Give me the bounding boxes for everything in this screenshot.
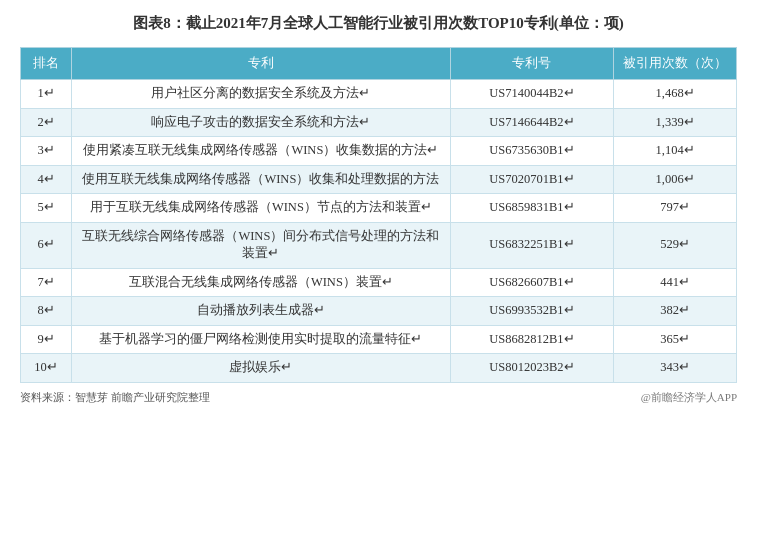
table-row: 6↵互联无线综合网络传感器（WINS）间分布式信号处理的方法和装置↵US6832… [21, 222, 737, 268]
cell-citations: 1,104↵ [614, 137, 737, 166]
table-row: 10↵虚拟娱乐↵US8012023B2↵343↵ [21, 354, 737, 383]
col-header-rank: 排名 [21, 48, 72, 80]
cell-number: US6993532B1↵ [450, 297, 614, 326]
cell-number: US7020701B1↵ [450, 165, 614, 194]
table-row: 3↵使用紧凑互联无线集成网络传感器（WINS）收集数据的方法↵US6735630… [21, 137, 737, 166]
table-row: 4↵使用互联无线集成网络传感器（WINS）收集和处理数据的方法US7020701… [21, 165, 737, 194]
col-header-citations: 被引用次数（次） [614, 48, 737, 80]
cell-rank: 1↵ [21, 80, 72, 109]
cell-patent: 用户社区分离的数据安全系统及方法↵ [72, 80, 450, 109]
cell-patent: 响应电子攻击的数据安全系统和方法↵ [72, 108, 450, 137]
table-row: 2↵响应电子攻击的数据安全系统和方法↵US7146644B2↵1,339↵ [21, 108, 737, 137]
cell-patent: 自动播放列表生成器↵ [72, 297, 450, 326]
cell-patent: 基于机器学习的僵尸网络检测使用实时提取的流量特征↵ [72, 325, 450, 354]
col-header-number: 专利号 [450, 48, 614, 80]
cell-rank: 4↵ [21, 165, 72, 194]
cell-patent: 使用紧凑互联无线集成网络传感器（WINS）收集数据的方法↵ [72, 137, 450, 166]
cell-citations: 365↵ [614, 325, 737, 354]
cell-citations: 382↵ [614, 297, 737, 326]
cell-rank: 7↵ [21, 268, 72, 297]
table-row: 9↵基于机器学习的僵尸网络检测使用实时提取的流量特征↵US8682812B1↵3… [21, 325, 737, 354]
cell-rank: 10↵ [21, 354, 72, 383]
cell-citations: 343↵ [614, 354, 737, 383]
footer-brand: @前瞻经济学人APP [641, 390, 737, 405]
cell-citations: 529↵ [614, 222, 737, 268]
table-row: 1↵用户社区分离的数据安全系统及方法↵US7140044B2↵1,468↵ [21, 80, 737, 109]
cell-rank: 5↵ [21, 194, 72, 223]
cell-patent: 互联混合无线集成网络传感器（WINS）装置↵ [72, 268, 450, 297]
cell-number: US6826607B1↵ [450, 268, 614, 297]
cell-citations: 441↵ [614, 268, 737, 297]
cell-rank: 9↵ [21, 325, 72, 354]
cell-patent: 使用互联无线集成网络传感器（WINS）收集和处理数据的方法 [72, 165, 450, 194]
cell-rank: 3↵ [21, 137, 72, 166]
cell-rank: 2↵ [21, 108, 72, 137]
cell-citations: 1,468↵ [614, 80, 737, 109]
cell-patent: 虚拟娱乐↵ [72, 354, 450, 383]
cell-number: US7140044B2↵ [450, 80, 614, 109]
cell-number: US8682812B1↵ [450, 325, 614, 354]
footer: 资料来源：智慧芽 前瞻产业研究院整理 @前瞻经济学人APP [20, 390, 737, 405]
cell-number: US6859831B1↵ [450, 194, 614, 223]
data-table: 排名 专利 专利号 被引用次数（次） 1↵用户社区分离的数据安全系统及方法↵US… [20, 47, 737, 383]
cell-citations: 1,339↵ [614, 108, 737, 137]
col-header-patent: 专利 [72, 48, 450, 80]
chart-title: 图表8：截止2021年7月全球人工智能行业被引用次数TOP10专利(单位：项) [20, 10, 737, 37]
cell-citations: 1,006↵ [614, 165, 737, 194]
cell-patent: 互联无线综合网络传感器（WINS）间分布式信号处理的方法和装置↵ [72, 222, 450, 268]
table-row: 7↵互联混合无线集成网络传感器（WINS）装置↵US6826607B1↵441↵ [21, 268, 737, 297]
footer-source: 资料来源：智慧芽 前瞻产业研究院整理 [20, 390, 210, 405]
table-row: 8↵自动播放列表生成器↵US6993532B1↵382↵ [21, 297, 737, 326]
cell-citations: 797↵ [614, 194, 737, 223]
cell-patent: 用于互联无线集成网络传感器（WINS）节点的方法和装置↵ [72, 194, 450, 223]
table-row: 5↵用于互联无线集成网络传感器（WINS）节点的方法和装置↵US6859831B… [21, 194, 737, 223]
cell-rank: 8↵ [21, 297, 72, 326]
cell-number: US8012023B2↵ [450, 354, 614, 383]
cell-number: US6832251B1↵ [450, 222, 614, 268]
cell-number: US6735630B1↵ [450, 137, 614, 166]
cell-number: US7146644B2↵ [450, 108, 614, 137]
cell-rank: 6↵ [21, 222, 72, 268]
